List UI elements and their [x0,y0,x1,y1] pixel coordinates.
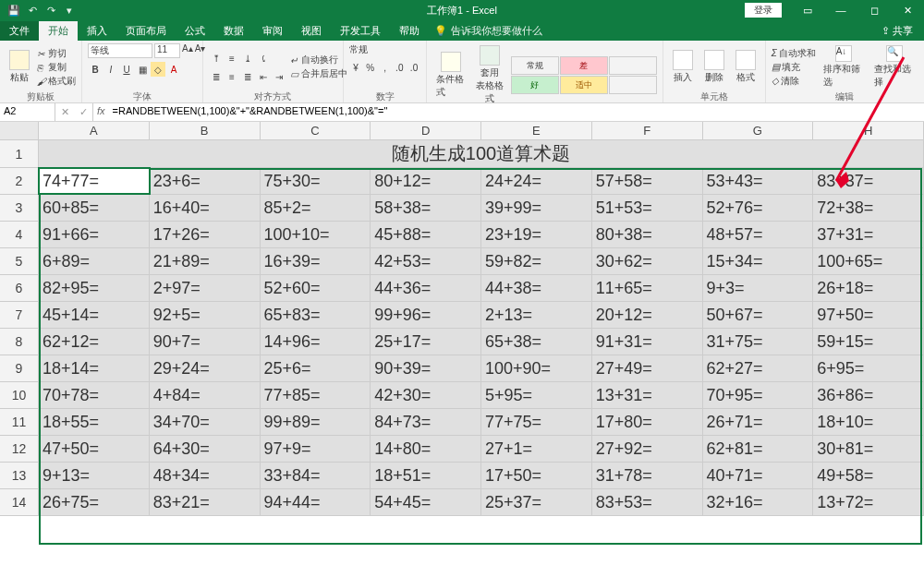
find-select-button[interactable]: 🔍查找和选择 [870,43,918,90]
worksheet[interactable]: ABCDEFGH 1随机生成100道算术题274+77=23+6=75+30=8… [0,122,924,516]
font-grow-icon[interactable]: A▴ [182,43,193,58]
cell-B6[interactable]: 2+97= [150,275,261,301]
tab-dev[interactable]: 开发工具 [331,21,390,41]
cell-E5[interactable]: 59+82= [481,248,592,274]
tab-home[interactable]: 开始 [39,21,78,41]
cell-F3[interactable]: 51+53= [592,195,703,221]
row-header-6[interactable]: 6 [0,275,39,301]
row-header-8[interactable]: 8 [0,329,39,355]
bold-button[interactable]: B [88,62,103,77]
row-header-9[interactable]: 9 [0,355,39,381]
cell-H2[interactable]: 83+37= [813,168,924,194]
underline-button[interactable]: U [119,62,134,77]
cell-G2[interactable]: 53+43= [703,168,814,194]
sort-filter-button[interactable]: A↓排序和筛选 [820,43,868,90]
cell-H11[interactable]: 18+10= [813,409,924,435]
cell-H6[interactable]: 26+18= [813,275,924,301]
row-header-14[interactable]: 14 [0,489,39,515]
cell-E9[interactable]: 100+90= [481,355,592,381]
cell-F9[interactable]: 27+49= [592,355,703,381]
currency-icon[interactable]: ¥ [349,60,363,75]
cell-H14[interactable]: 13+72= [813,489,924,515]
cell-H13[interactable]: 49+58= [813,463,924,488]
undo-icon[interactable]: ↶ [26,4,39,17]
cell-G8[interactable]: 31+75= [703,329,814,355]
cell-C12[interactable]: 97+9= [261,436,371,462]
title-cell[interactable]: 随机生成100道算术题 [39,140,924,167]
cell-E14[interactable]: 25+37= [481,489,592,515]
align-left-icon[interactable]: ≣ [209,70,224,85]
wrap-text-button[interactable]: ↵自动换行 [290,54,347,66]
cell-B5[interactable]: 21+89= [150,248,261,274]
row-header-10[interactable]: 10 [0,382,39,408]
cell-A12[interactable]: 47+50= [39,436,150,462]
cell-G13[interactable]: 40+71= [703,463,814,488]
cell-D11[interactable]: 84+73= [371,409,481,435]
cell-B4[interactable]: 17+26= [150,222,261,247]
cell-D5[interactable]: 42+53= [371,248,481,274]
select-all-corner[interactable] [0,122,39,139]
col-G[interactable]: G [703,122,814,139]
cell-D3[interactable]: 58+38= [371,195,481,221]
autosum-button[interactable]: Σ 自动求和 [772,47,816,60]
cell-F14[interactable]: 83+53= [592,489,703,515]
redo-icon[interactable]: ↷ [44,4,57,17]
cell-D4[interactable]: 45+88= [371,222,481,247]
row-header-13[interactable]: 13 [0,463,39,488]
fx-icon[interactable]: fx [93,103,109,121]
tab-help[interactable]: 帮助 [390,21,429,41]
style-good[interactable]: 好 [511,76,559,94]
cell-B9[interactable]: 29+24= [150,355,261,381]
fill-color-icon[interactable]: ◇ [151,62,165,77]
cell-C5[interactable]: 16+39= [261,248,371,274]
cell-A13[interactable]: 9+13= [39,463,150,488]
cell-H9[interactable]: 6+95= [813,355,924,381]
cell-B2[interactable]: 23+6= [150,168,261,194]
merge-center-button[interactable]: ▭合并后居中 [290,67,347,80]
cell-A14[interactable]: 26+75= [39,489,150,515]
cell-D14[interactable]: 54+45= [371,489,481,515]
style-neutral[interactable]: 适中 [560,76,608,94]
login-button[interactable]: 登录 [745,3,782,18]
col-B[interactable]: B [150,122,261,139]
insert-cells-button[interactable]: 插入 [669,48,697,86]
cell-C2[interactable]: 75+30= [261,168,371,194]
align-top-icon[interactable]: ⤒ [209,52,224,66]
tell-me[interactable]: 💡 告诉我你想要做什么 [434,24,542,41]
cell-F12[interactable]: 27+92= [592,436,703,462]
cell-C10[interactable]: 77+85= [261,382,371,408]
cell-G11[interactable]: 26+71= [703,409,814,435]
formula-input[interactable]: =RANDBETWEEN(1,100)&"+"&RANDBETWEEN(1,10… [109,103,924,121]
orientation-icon[interactable]: ⤹ [256,52,271,66]
name-box[interactable]: A2 [0,103,55,121]
cell-C8[interactable]: 14+96= [261,329,371,355]
cell-E13[interactable]: 17+50= [481,463,592,488]
align-right-icon[interactable]: ≣ [240,70,255,85]
cell-D8[interactable]: 25+17= [371,329,481,355]
style-blank1[interactable] [609,56,657,75]
row-header-3[interactable]: 3 [0,195,39,221]
cancel-formula-icon[interactable]: ✕ [55,106,74,118]
cell-E7[interactable]: 2+13= [481,302,592,328]
cell-A7[interactable]: 45+14= [39,302,150,328]
align-middle-icon[interactable]: ≡ [225,52,239,66]
cell-E8[interactable]: 65+38= [481,329,592,355]
col-A[interactable]: A [39,122,150,139]
cell-G4[interactable]: 48+57= [703,222,814,247]
save-icon[interactable]: 💾 [7,4,20,17]
cell-B14[interactable]: 83+21= [150,489,261,515]
cell-F11[interactable]: 17+80= [592,409,703,435]
cell-F5[interactable]: 30+62= [592,248,703,274]
row-header-5[interactable]: 5 [0,248,39,274]
cell-G9[interactable]: 62+27= [703,355,814,381]
fill-button[interactable]: ▤ 填充 [772,61,816,74]
enter-formula-icon[interactable]: ✓ [74,106,92,118]
cell-F4[interactable]: 80+38= [592,222,703,247]
conditional-format-button[interactable]: 条件格式 [432,50,468,101]
cell-C6[interactable]: 52+60= [261,275,371,301]
cell-H12[interactable]: 30+81= [813,436,924,462]
cell-B10[interactable]: 4+84= [150,382,261,408]
italic-button[interactable]: I [103,62,118,77]
tab-layout[interactable]: 页面布局 [116,21,176,41]
cell-E6[interactable]: 44+38= [481,275,592,301]
